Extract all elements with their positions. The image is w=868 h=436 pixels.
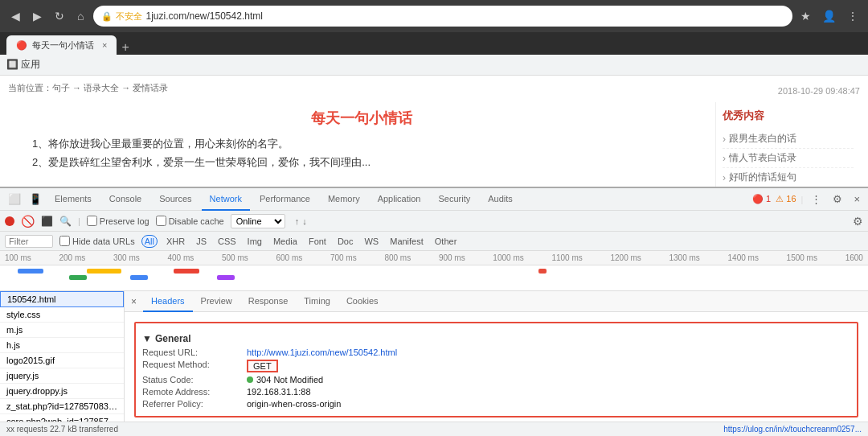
throttle-select[interactable]: Online Offline Slow 3G Fast 3G (231, 214, 285, 228)
refresh-button[interactable]: ↻ (50, 6, 69, 26)
requests-panel: 150542.html style.css m.js h.js logo2015… (0, 291, 125, 422)
filter-button[interactable]: ⬛ (41, 216, 53, 227)
preserve-log-checkbox[interactable] (87, 216, 97, 226)
request-item-0[interactable]: 150542.html (0, 291, 124, 307)
tab-performance[interactable]: Performance (252, 188, 318, 211)
hide-data-urls-checkbox[interactable] (59, 236, 70, 246)
devtools-main: 150542.html style.css m.js h.js logo2015… (0, 291, 868, 422)
new-tab-button[interactable]: + (121, 40, 129, 55)
filter-doc[interactable]: Doc (335, 236, 356, 247)
preserve-log-label[interactable]: Preserve log (87, 216, 149, 226)
back-button[interactable]: ◀ (6, 6, 25, 26)
error-count: 🔴 1 (752, 194, 771, 204)
referrer-policy-row: Referrer Policy: origin-when-cross-origi… (142, 399, 850, 409)
sidebar-item-3[interactable]: 好听的情话短句 (723, 168, 854, 187)
remote-address-value: 192.168.31.1:88 (247, 387, 311, 397)
mark-1100: 1100 ms (551, 253, 582, 262)
record-button[interactable] (5, 216, 14, 226)
request-item-8[interactable]: core.php?web_id=12785708... (0, 414, 124, 422)
filter-font[interactable]: Font (306, 236, 329, 247)
bottom-bar: xx requests 22.7 kB transferred https://… (0, 422, 868, 436)
tab-console[interactable]: Console (101, 188, 149, 211)
star-button[interactable]: ★ (797, 6, 814, 26)
hide-data-urls-label[interactable]: Hide data URLs (59, 236, 135, 246)
request-url-value[interactable]: http://www.1juzi.com/new/150542.html (247, 348, 397, 357)
menu-button[interactable]: ⋮ (844, 6, 862, 26)
filter-manifest[interactable]: Manifest (387, 236, 426, 247)
filter-bar: Hide data URLs All XHR JS CSS Img Media … (0, 232, 868, 251)
filter-xhr[interactable]: XHR (164, 236, 187, 247)
disable-cache-label[interactable]: Disable cache (156, 216, 224, 226)
tab-audits[interactable]: Audits (480, 188, 521, 211)
apps-bookmark[interactable]: 🔲 应用 (6, 58, 40, 72)
request-count: xx requests 22.7 kB transferred (6, 425, 118, 434)
detail-tab-headers[interactable]: Headers (143, 291, 193, 312)
tab-favicon: 🔴 (16, 40, 27, 51)
tab-application[interactable]: Application (370, 188, 429, 211)
status-dot (247, 376, 253, 383)
detail-tab-timing[interactable]: Timing (296, 291, 338, 312)
close-devtools-button[interactable]: × (850, 191, 863, 207)
filter-media[interactable]: Media (271, 236, 300, 247)
request-item-2[interactable]: m.js (0, 323, 124, 338)
mark-200: 200 ms (59, 253, 85, 262)
timeline-ruler-marks: 100 ms 200 ms 300 ms 400 ms 500 ms 600 m… (3, 253, 865, 262)
filter-img[interactable]: Img (245, 236, 264, 247)
sidebar-item-2[interactable]: 情人节表白话录 (723, 149, 854, 168)
browser-tab[interactable]: 🔴 每天一句小情话 × (6, 35, 117, 55)
address-bar[interactable]: 🔒 不安全 1juzi.com/new/150542.html (93, 6, 792, 27)
detail-panel: × Headers Preview Response Timing Cookie… (125, 291, 868, 422)
detail-close-button[interactable]: × (125, 293, 143, 311)
filter-other[interactable]: Other (432, 236, 460, 247)
filter-ws[interactable]: WS (362, 236, 381, 247)
mark-100: 100 ms (5, 253, 31, 262)
sidebar-item-1[interactable]: 跟男生表白的话 (723, 130, 854, 149)
filter-input[interactable] (5, 235, 53, 248)
mark-400: 400 ms (167, 253, 194, 262)
more-tools-button[interactable]: ⋮ (808, 191, 825, 207)
account-button[interactable]: 👤 (819, 6, 839, 26)
browser-chrome: ◀ ▶ ↻ ⌂ 🔒 不安全 1juzi.com/new/150542.html … (0, 0, 868, 32)
lock-label: 不安全 (116, 10, 142, 23)
filter-js[interactable]: JS (194, 236, 209, 247)
disable-cache-checkbox[interactable] (156, 216, 166, 226)
devtools-status: 🔴 1 ⚠ 16 | ⋮ ⚙ × (752, 191, 863, 207)
forward-button[interactable]: ▶ (28, 6, 47, 26)
status-link: https://ulog.cn/in/x/touchcreanm0257... (723, 425, 862, 434)
search-button[interactable]: 🔍 (59, 216, 72, 227)
request-item-4[interactable]: logo2015.gif (0, 353, 124, 368)
request-item-1[interactable]: style.css (0, 307, 124, 323)
tab-sources[interactable]: Sources (151, 188, 199, 211)
page-content: 1、将你放进我心里最重要的位置，用心来刻你的名字。 2、爱是跌碎红尘望舍利水，爱… (8, 134, 715, 172)
clear-button[interactable]: 🚫 (21, 215, 35, 228)
tab-elements[interactable]: Elements (47, 188, 100, 211)
tab-network[interactable]: Network (202, 188, 250, 211)
timeline-bar-special (538, 269, 547, 274)
filter-css[interactable]: CSS (215, 236, 239, 247)
request-item-3[interactable]: h.js (0, 338, 124, 353)
network-settings-button[interactable]: ⚙ (853, 215, 863, 228)
detail-tab-cookies[interactable]: Cookies (338, 291, 387, 312)
inspect-element-button[interactable]: ⬜ (5, 191, 24, 207)
tab-security[interactable]: Security (430, 188, 478, 211)
tab-memory[interactable]: Memory (320, 188, 368, 211)
page-line-2: 2、爱是跌碎红尘望舍利水，爱景一生一世荣辱轮回，爱你，我不间理由... (32, 153, 691, 171)
download-icon: ↓ (302, 216, 307, 226)
home-button[interactable]: ⌂ (72, 6, 88, 26)
request-item-6[interactable]: jquery.droppy.js (0, 384, 124, 399)
device-toggle-button[interactable]: 📱 (26, 191, 45, 207)
tab-close-icon[interactable]: × (102, 40, 107, 50)
request-item-7[interactable]: z_stat.php?id=1278570834&... (0, 399, 124, 414)
mark-1400: 1400 ms (728, 253, 759, 262)
preserve-log-text: Preserve log (100, 216, 149, 226)
request-method-key: Request Method: (142, 360, 247, 372)
settings-button[interactable]: ⚙ (829, 191, 845, 207)
detail-tab-preview[interactable]: Preview (193, 291, 240, 312)
filter-all[interactable]: All (141, 235, 158, 248)
request-item-5[interactable]: jquery.js (0, 368, 124, 384)
devtools-panel: ⬜ 📱 Elements Console Sources Network Per… (0, 187, 868, 436)
triangle-icon: ▼ (142, 333, 152, 344)
general-section: ▼ General Request URL: http://www.1juzi.… (134, 322, 858, 417)
detail-tab-response[interactable]: Response (240, 291, 297, 312)
breadcrumb: 当前位置：句子 → 语录大全 → 爱情话录 (8, 82, 168, 94)
